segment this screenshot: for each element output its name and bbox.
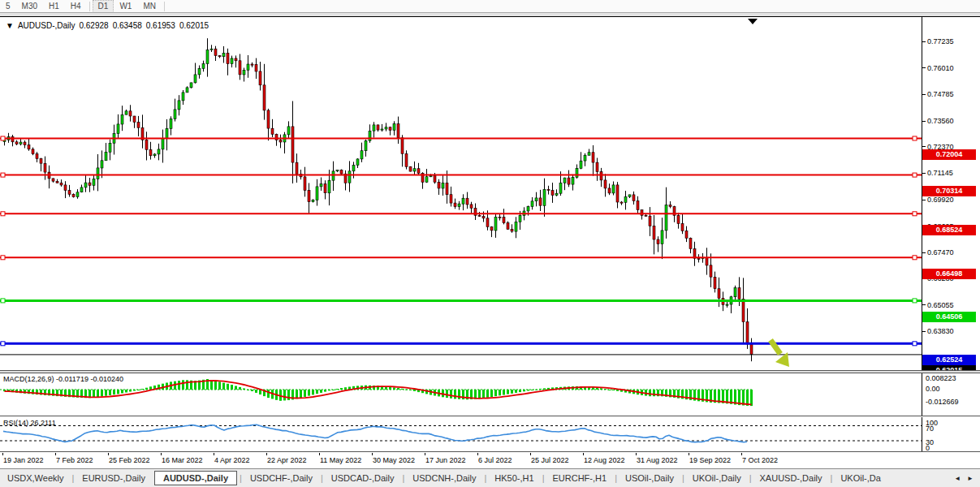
rsi-line (3, 425, 747, 442)
hline-handle[interactable] (913, 299, 917, 303)
time-tick-mark (108, 453, 109, 455)
time-tick-mark (2, 453, 3, 455)
time-axis[interactable]: 19 Jan 20227 Feb 202225 Feb 202216 Mar 2… (0, 453, 980, 468)
hline-handle[interactable] (1, 256, 5, 260)
price-tick-mark (922, 200, 926, 200)
hline-handle[interactable] (1, 136, 5, 140)
tab-audusd-daily[interactable]: AUDUSD-,Daily (154, 471, 237, 485)
price-tick-mark (922, 146, 926, 147)
time-axis-label: 12 Aug 2022 (584, 456, 625, 464)
macd-indicator-panel: MACD(12,26,9) -0.011719 -0.010240 0.0082… (0, 373, 980, 416)
timeframe-button-h1[interactable]: H1 (43, 1, 65, 12)
time-axis-label: 11 May 2022 (320, 456, 361, 464)
time-axis-label: 25 Jul 2022 (531, 456, 569, 464)
time-tick-mark (425, 453, 425, 455)
time-axis-label: 25 Feb 2022 (109, 456, 150, 464)
timeframe-button-mn[interactable]: MN (137, 1, 162, 12)
candlesticks (3, 38, 753, 361)
panel-divider[interactable] (0, 416, 980, 416)
macd-axis-label: -0.012669 (926, 398, 959, 406)
price-tick-mark (922, 121, 926, 122)
tab-scroll-controls: ◄► (948, 469, 980, 487)
price-tick-mark (922, 173, 926, 174)
time-axis-label: 17 Jun 2022 (425, 456, 466, 464)
tab-usdchf-daily[interactable]: USDCHF-,Daily (243, 471, 320, 485)
price-level-label: 0.64506 (922, 312, 976, 322)
time-tick-mark (477, 453, 478, 455)
tab-xauusd-daily[interactable]: XAUUSD-,Daily (753, 471, 830, 485)
hline-handle[interactable] (913, 136, 917, 140)
tab-eurchf-h1[interactable]: EURCHF-,H1 (546, 471, 615, 485)
tab-hk50-h1[interactable]: HK50-,H1 (487, 471, 541, 485)
hline-handle[interactable] (1, 212, 5, 216)
timeframe-button-d1[interactable]: D1 (93, 0, 114, 13)
price-tick-label: 0.74785 (927, 90, 954, 98)
symbol-title: AUDUSD-,Daily (18, 21, 76, 30)
rsi-indicator-panel: RSI(14) 26.2111 10070300 (0, 417, 980, 451)
hline-handle[interactable] (913, 342, 917, 346)
hline-handle[interactable] (913, 212, 917, 216)
price-level-label: 0.70314 (922, 186, 976, 196)
time-axis-label: 19 Sep 2022 (689, 456, 731, 464)
price-tick-mark (922, 304, 926, 305)
chart-tab-bar: USDX,Weekly|EURUSD-,DailyAUDUSD-,Daily|U… (0, 468, 980, 487)
price-level-label: 0.68524 (922, 225, 976, 235)
time-tick-mark (530, 453, 531, 455)
price-tick-mark (922, 67, 926, 68)
price-level-label: 0.62524 (922, 355, 976, 365)
price-tick-label: 0.65055 (927, 301, 954, 309)
tab-ukoil-daily[interactable]: UKOil-,Daily (685, 471, 749, 485)
price-tick-label: 0.77235 (927, 37, 954, 45)
time-tick-mark (689, 453, 689, 455)
tab-scroll-left-icon[interactable]: ◄ (954, 475, 961, 482)
macd-signal-line (5, 381, 752, 405)
price-tick-mark (922, 41, 926, 42)
time-axis-label: 19 Jan 2022 (3, 456, 44, 464)
macd-label: MACD(12,26,9) -0.011719 -0.010240 (3, 375, 123, 383)
ohlc-low: 0.61953 (146, 21, 175, 30)
price-tick-label: 0.71145 (927, 169, 953, 177)
hline-handle[interactable] (913, 173, 917, 177)
tab-scroll-right-icon[interactable]: ► (967, 475, 974, 482)
macd-axis-label: 0.008223 (926, 374, 956, 382)
tab-separator: | (71, 473, 74, 483)
tab-separator: | (484, 473, 486, 483)
tab-usoil-daily[interactable]: USOil-,Daily (618, 471, 681, 485)
time-tick-mark (636, 453, 637, 455)
ohlc-open: 0.62928 (79, 21, 108, 30)
tab-separator: | (749, 473, 752, 483)
tab-eurusd-daily[interactable]: EURUSD-,Daily (75, 471, 153, 485)
hline-handle[interactable] (1, 299, 5, 303)
rsi-canvas[interactable] (0, 417, 922, 451)
tab-ukoil-da[interactable]: UKOil-,Da (833, 471, 888, 485)
hline-handle[interactable] (1, 342, 5, 346)
ohlc-close: 0.62015 (179, 21, 209, 30)
tab-separator: | (240, 473, 242, 483)
timeframe-button-5[interactable]: 5 (0, 1, 16, 12)
timeframe-toolbar: 5M30H1H4D1W1MN (0, 0, 980, 12)
timeframe-button-h4[interactable]: H4 (65, 1, 87, 12)
panel-divider[interactable] (0, 451, 980, 452)
time-axis-label: 16 Mar 2022 (162, 456, 203, 464)
tab-separator: | (402, 473, 404, 483)
time-axis-label: 7 Oct 2022 (742, 456, 778, 464)
hline-handle[interactable] (1, 173, 5, 177)
hline-handle[interactable] (913, 256, 917, 260)
tab-usdcad-daily[interactable]: USDCAD-,Daily (324, 471, 402, 485)
macd-canvas[interactable] (0, 373, 922, 416)
tab-separator: | (615, 473, 617, 483)
tab-usdcnh-daily[interactable]: USDCNH-,Daily (405, 471, 483, 485)
toolbar-separator (89, 2, 90, 11)
collapse-arrow-icon[interactable]: ▼ (6, 21, 14, 30)
price-chart-canvas[interactable] (0, 17, 922, 370)
timeframe-button-w1[interactable]: W1 (114, 1, 137, 12)
tab-separator: | (682, 473, 684, 483)
time-tick-mark (266, 453, 267, 455)
rsi-label: RSI(14) 26.2111 (3, 419, 56, 427)
time-axis-label: 4 Apr 2022 (214, 456, 250, 464)
price-tick-mark (922, 252, 926, 253)
price-level-label: 0.66498 (922, 269, 976, 279)
timeframe-button-m30[interactable]: M30 (16, 1, 43, 12)
tab-usdx-weekly[interactable]: USDX,Weekly (0, 471, 71, 485)
tab-separator: | (831, 473, 833, 483)
